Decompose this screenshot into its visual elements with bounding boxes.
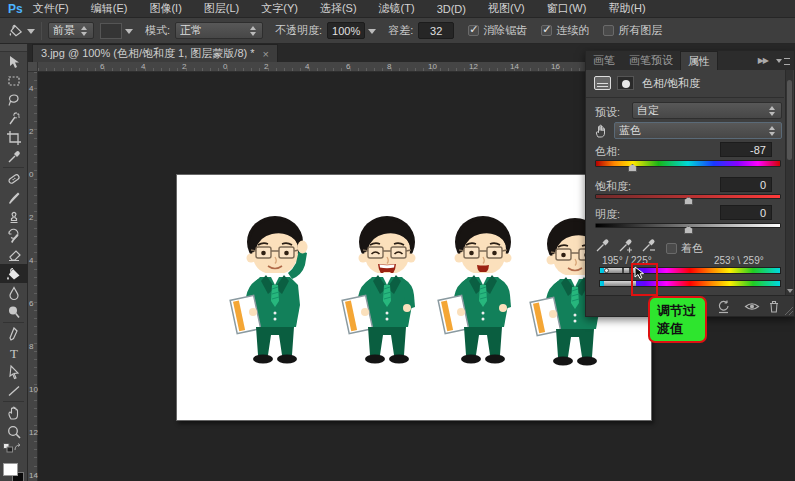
tool-healing-brush[interactable] xyxy=(0,169,28,188)
saturation-slider-track[interactable] xyxy=(595,194,781,199)
tool-line[interactable] xyxy=(0,381,28,400)
tool-path-selection[interactable] xyxy=(0,362,28,381)
panel-tab-bar: 画笔 画笔预设 属性 ▶▶ xyxy=(586,51,794,70)
panel-menu-icon[interactable] xyxy=(776,56,790,66)
menu-view[interactable]: 视图(V) xyxy=(488,1,525,16)
layer-mask-icon[interactable] xyxy=(617,76,634,90)
close-tab-icon[interactable]: × xyxy=(263,48,269,60)
targeted-adjustment-hand-icon[interactable] xyxy=(593,122,610,139)
foreground-color-swatch[interactable] xyxy=(3,463,18,476)
tool-eyedropper[interactable] xyxy=(0,147,28,166)
hue-ramp-before[interactable] xyxy=(599,267,781,274)
toolbar-separator xyxy=(3,167,24,168)
menu-layer[interactable]: 图层(L) xyxy=(204,1,239,16)
hue-value[interactable]: -87 xyxy=(720,142,772,157)
vertical-ruler[interactable]: 4 2 0 2 4 6 8 10 12 14 xyxy=(28,72,38,481)
hue-slider-thumb[interactable] xyxy=(628,164,637,172)
opacity-control[interactable]: 100% xyxy=(327,22,376,39)
default-colors-icon[interactable] xyxy=(3,443,13,453)
image-canvas[interactable] xyxy=(176,174,652,421)
tool-crop[interactable] xyxy=(0,128,28,147)
document-tab[interactable]: 3.jpg @ 100% (色相/饱和度 1, 图层蒙版/8) * × xyxy=(32,44,278,62)
tab-brush[interactable]: 画笔 xyxy=(586,51,622,70)
tab-properties[interactable]: 属性 xyxy=(680,51,718,70)
menu-window[interactable]: 窗口(W) xyxy=(547,1,587,16)
contiguous-checkbox[interactable] xyxy=(541,25,552,36)
opacity-value[interactable]: 100% xyxy=(327,22,365,39)
toolbar-separator xyxy=(3,401,24,402)
fill-source-select[interactable]: 前景 xyxy=(48,22,94,39)
menu-file[interactable]: 文件(F) xyxy=(33,1,69,16)
saturation-slider-thumb[interactable] xyxy=(684,197,693,205)
visibility-eye-icon[interactable] xyxy=(744,299,760,314)
h-ruler-label: 0 xyxy=(223,62,227,71)
lightness-slider-track[interactable] xyxy=(595,223,781,228)
colorize-checkbox[interactable] xyxy=(666,243,677,254)
scrollbar-thumb[interactable] xyxy=(787,80,792,160)
scroll-down-arrow-icon[interactable] xyxy=(787,289,793,293)
all-layers-checkbox-row[interactable]: 所有图层 xyxy=(603,23,662,38)
saturation-value[interactable]: 0 xyxy=(720,177,772,192)
tab-brush-presets[interactable]: 画笔预设 xyxy=(622,51,680,70)
cartoon-character-3 xyxy=(437,209,529,389)
ruler-corner xyxy=(28,62,38,72)
eyedropper-sample-icon[interactable] xyxy=(594,237,611,254)
tool-move[interactable] xyxy=(0,52,28,71)
panel-scrollbar[interactable] xyxy=(785,70,793,295)
tool-brush[interactable] xyxy=(0,188,28,207)
range-handle-circle[interactable] xyxy=(604,268,609,273)
range-right-values: 253° \ 259° xyxy=(714,255,764,266)
menu-filter[interactable]: 滤镜(T) xyxy=(379,1,415,16)
pattern-picker[interactable] xyxy=(100,23,133,39)
menu-edit[interactable]: 编辑(E) xyxy=(91,1,128,16)
preset-select[interactable]: 自定 xyxy=(632,102,782,119)
tool-lasso[interactable] xyxy=(0,90,28,109)
toolbar-grip[interactable] xyxy=(0,44,27,52)
tool-history-brush[interactable] xyxy=(0,226,28,245)
tool-zoom[interactable] xyxy=(0,422,28,441)
menu-type[interactable]: 文字(Y) xyxy=(261,1,298,16)
h-ruler-label: 10 xyxy=(428,62,437,71)
colorize-checkbox-row[interactable]: 着色 xyxy=(666,241,703,256)
tool-type[interactable]: T xyxy=(0,343,28,362)
antialias-checkbox-row[interactable]: 消除锯齿 xyxy=(468,23,527,38)
h-ruler-label: 2 xyxy=(264,62,268,71)
menu-help[interactable]: 帮助(H) xyxy=(608,1,645,16)
mode-select[interactable]: 正常 xyxy=(175,22,263,39)
collapse-panel-icon[interactable]: ▶▶ xyxy=(758,56,768,65)
tool-preset-picker[interactable] xyxy=(8,23,35,38)
tool-blur[interactable] xyxy=(0,283,28,302)
tool-rectangular-marquee[interactable] xyxy=(0,71,28,90)
swap-colors-icon[interactable] xyxy=(13,443,24,453)
hue-slider-track[interactable] xyxy=(595,160,781,167)
h-ruler-label: 12 xyxy=(469,62,478,71)
eyedropper-subtract-icon[interactable] xyxy=(640,237,657,254)
tool-eraser[interactable] xyxy=(0,245,28,264)
menu-3d[interactable]: 3D(D) xyxy=(437,3,466,15)
contiguous-checkbox-row[interactable]: 连续的 xyxy=(541,23,589,38)
healing-brush-icon xyxy=(6,171,22,187)
range-handle-bar[interactable] xyxy=(622,268,624,273)
menu-select[interactable]: 选择(S) xyxy=(320,1,357,16)
tool-pen[interactable] xyxy=(0,324,28,343)
tool-magic-wand[interactable] xyxy=(0,109,28,128)
eyedropper-add-icon[interactable] xyxy=(617,237,634,254)
delete-trash-icon[interactable] xyxy=(767,299,781,314)
all-layers-checkbox[interactable] xyxy=(603,25,614,36)
tool-paint-bucket[interactable] xyxy=(0,264,28,283)
tolerance-input[interactable]: 32 xyxy=(418,22,454,39)
tool-hand[interactable] xyxy=(0,403,28,422)
panel-resize-grip[interactable] xyxy=(783,305,793,315)
annotation-tooltip: 调节过 渡值 xyxy=(648,296,707,343)
color-mini-controls xyxy=(0,441,27,455)
fill-source-value: 前景 xyxy=(53,23,76,38)
tool-dodge[interactable] xyxy=(0,302,28,321)
tool-clone-stamp[interactable] xyxy=(0,207,28,226)
hue-ramp-after[interactable] xyxy=(599,280,781,287)
channel-select[interactable]: 蓝色 xyxy=(614,122,782,139)
antialias-checkbox[interactable] xyxy=(468,25,479,36)
menu-image[interactable]: 图像(I) xyxy=(149,1,181,16)
lightness-slider-thumb[interactable] xyxy=(684,226,693,234)
lightness-value[interactable]: 0 xyxy=(720,205,772,220)
reset-adjustment-icon[interactable] xyxy=(716,299,731,314)
